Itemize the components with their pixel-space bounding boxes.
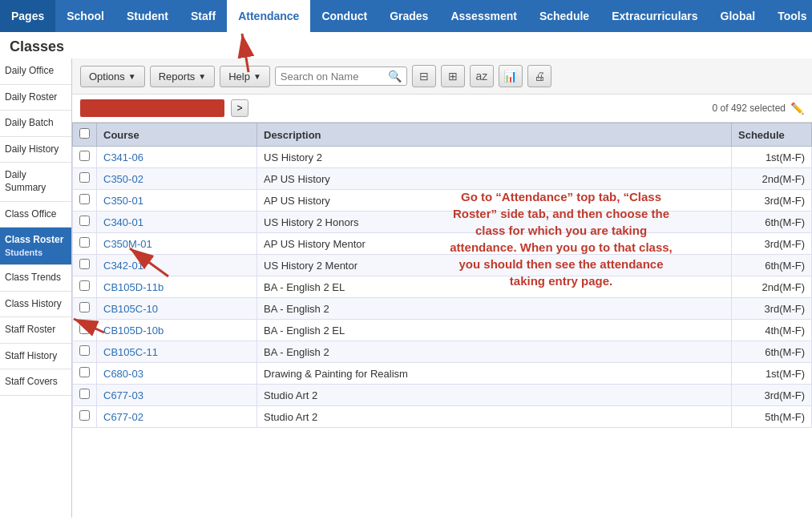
row-schedule: 4th(M-F) xyxy=(732,320,812,341)
course-link[interactable]: C350-02 xyxy=(103,173,143,185)
select-all-checkbox[interactable] xyxy=(79,128,90,139)
row-checkbox-cell xyxy=(73,276,97,298)
row-checkbox[interactable] xyxy=(79,367,90,377)
nav-item-grades[interactable]: Grades xyxy=(378,0,439,32)
course-link[interactable]: C677-03 xyxy=(103,389,143,401)
course-link[interactable]: C340-01 xyxy=(103,216,143,228)
page-title: Classes xyxy=(10,38,64,54)
row-schedule: 6th(M-F) xyxy=(732,255,812,276)
row-description: US History 2 Mentor xyxy=(257,255,732,276)
sidebar-item-class-trends[interactable]: Class Trends xyxy=(0,265,71,292)
sidebar-item-staff-history[interactable]: Staff History xyxy=(0,344,71,370)
sidebar-item-daily-batch[interactable]: Daily Batch xyxy=(0,111,71,137)
col-header-course: Course xyxy=(97,123,257,147)
row-schedule: 3rd(M-F) xyxy=(732,385,812,406)
sidebar-item-daily-roster[interactable]: Daily Roster xyxy=(0,85,71,111)
row-course: CB105D-11b xyxy=(97,276,257,298)
chart-icon-button[interactable]: 📊 xyxy=(499,65,523,87)
nav-item-student[interactable]: Student xyxy=(115,0,180,32)
row-course: C680-03 xyxy=(97,363,257,385)
help-button[interactable]: Help ▼ xyxy=(220,66,270,87)
sidebar-item-daily-summary[interactable]: Daily Summary xyxy=(0,163,71,201)
table-row: C340-01US History 2 Honors6th(M-F) xyxy=(73,212,812,233)
row-checkbox[interactable] xyxy=(79,259,90,269)
grid-icon-button[interactable]: ⊞ xyxy=(441,65,465,87)
row-checkbox-cell xyxy=(73,168,97,190)
course-link[interactable]: CB105D-11b xyxy=(103,281,164,293)
main-content: Options ▼ Reports ▼ Help ▼ 🔍 ⊟ ⊞ az xyxy=(72,58,812,518)
nav-item-pages[interactable]: Pages xyxy=(0,0,55,32)
toolbar: Options ▼ Reports ▼ Help ▼ 🔍 ⊟ ⊞ az xyxy=(72,58,812,95)
print-icon-button[interactable]: 🖨 xyxy=(527,65,551,87)
sort-az-button[interactable]: az xyxy=(470,65,494,87)
sidebar-item-staff-roster[interactable]: Staff Roster xyxy=(0,317,71,344)
row-checkbox[interactable] xyxy=(79,302,90,312)
table-row: C341-06US History 21st(M-F) xyxy=(73,147,812,168)
row-checkbox[interactable] xyxy=(79,389,90,399)
search-input[interactable] xyxy=(281,71,385,83)
table-row: CB105D-10bBA - English 2 EL4th(M-F) xyxy=(73,320,812,341)
nav-item-extracurriculars[interactable]: Extracurriculars xyxy=(600,0,709,32)
row-checkbox[interactable] xyxy=(79,151,90,161)
row-checkbox-cell xyxy=(73,233,97,255)
nav-item-staff[interactable]: Staff xyxy=(180,0,227,32)
nav-item-school[interactable]: School xyxy=(55,0,115,32)
row-checkbox[interactable] xyxy=(79,216,90,226)
sidebar-item-class-office[interactable]: Class Office xyxy=(0,202,71,228)
reports-button[interactable]: Reports ▼ xyxy=(150,66,215,87)
course-link[interactable]: C350M-01 xyxy=(103,238,152,250)
col-header-description: Description xyxy=(257,123,732,147)
top-nav: PagesSchoolStudentStaffAttendanceConduct… xyxy=(0,0,812,32)
sidebar-item-daily-office[interactable]: Daily Office xyxy=(0,58,71,85)
help-caret: ▼ xyxy=(253,72,261,81)
layout: Daily OfficeDaily RosterDaily BatchDaily… xyxy=(0,58,812,518)
row-checkbox[interactable] xyxy=(79,172,90,183)
table-row: CB105C-10BA - English 23rd(M-F) xyxy=(73,298,812,320)
sidebar-item-class-roster[interactable]: Class RosterStudents xyxy=(0,228,71,265)
row-checkbox-cell xyxy=(73,147,97,168)
course-link[interactable]: CB105C-10 xyxy=(103,303,158,315)
nav-item-conduct[interactable]: Conduct xyxy=(310,0,378,32)
row-schedule: 1st(M-F) xyxy=(732,147,812,168)
table-row: C677-03Studio Art 23rd(M-F) xyxy=(73,385,812,406)
nav-item-assessment[interactable]: Assessment xyxy=(439,0,528,32)
course-link[interactable]: C341-06 xyxy=(103,151,143,163)
course-link[interactable]: C342-01 xyxy=(103,260,143,272)
row-checkbox[interactable] xyxy=(79,280,90,291)
clear-selection-icon[interactable]: ✏️ xyxy=(790,102,804,115)
row-checkbox[interactable] xyxy=(79,237,90,248)
table-row: C350M-01AP US History Mentor3rd(M-F) xyxy=(73,233,812,255)
data-table: Course Description Schedule C341-06US Hi… xyxy=(72,123,812,428)
sidebar-item-daily-history[interactable]: Daily History xyxy=(0,137,71,163)
search-box: 🔍 xyxy=(275,67,407,86)
sidebar-item-staff-covers[interactable]: Staff Covers xyxy=(0,369,71,396)
row-checkbox[interactable] xyxy=(79,324,90,334)
row-checkbox[interactable] xyxy=(79,345,90,356)
nav-item-attendance[interactable]: Attendance xyxy=(227,0,310,32)
page-header: Classes xyxy=(0,32,812,58)
filter-arrow-button[interactable]: > xyxy=(231,99,248,117)
nav-item-global[interactable]: Global xyxy=(709,0,767,32)
course-link[interactable]: C677-02 xyxy=(103,411,143,423)
course-link[interactable]: C350-01 xyxy=(103,195,143,207)
row-description: US History 2 xyxy=(257,147,732,168)
row-checkbox[interactable] xyxy=(79,410,90,421)
row-description: Drawing & Painting for Realism xyxy=(257,363,732,385)
options-button[interactable]: Options ▼ xyxy=(80,66,145,87)
course-link[interactable]: CB105D-10b xyxy=(103,324,164,337)
row-checkbox[interactable] xyxy=(79,194,90,204)
col-header-checkbox xyxy=(73,123,97,147)
filter-icon-button[interactable]: ⊟ xyxy=(412,65,436,87)
table-row: C342-01US History 2 Mentor6th(M-F) xyxy=(73,255,812,276)
row-course: CB105D-10b xyxy=(97,320,257,341)
row-schedule: 6th(M-F) xyxy=(732,341,812,363)
nav-item-tools[interactable]: Tools xyxy=(766,0,812,32)
row-description: Studio Art 2 xyxy=(257,385,732,406)
row-schedule: 2nd(M-F) xyxy=(732,276,812,298)
course-link[interactable]: C680-03 xyxy=(103,368,143,380)
sidebar-item-class-history[interactable]: Class History xyxy=(0,292,71,318)
course-link[interactable]: CB105C-11 xyxy=(103,346,158,358)
nav-item-schedule[interactable]: Schedule xyxy=(528,0,600,32)
row-course: C342-01 xyxy=(97,255,257,276)
row-checkbox-cell xyxy=(73,385,97,406)
